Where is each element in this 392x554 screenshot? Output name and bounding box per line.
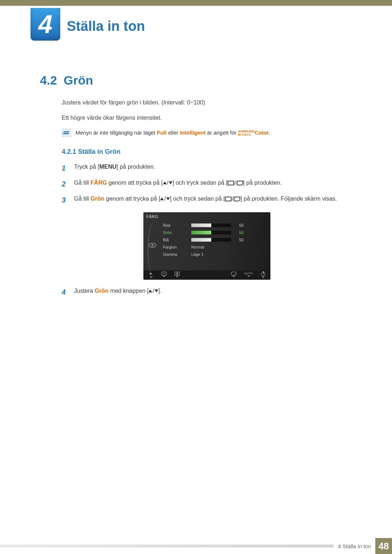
osd-row: Gamma:Läge 1 (163, 251, 265, 258)
footer-text: 4 Ställa in ton (334, 543, 375, 549)
step-number: 4 (62, 286, 69, 298)
osd-row-label: Färgton (163, 245, 183, 249)
up-down-icon: / (148, 286, 158, 296)
colon: : (186, 252, 188, 257)
osd-screenshot: FÄRG Röd:50Grön:50Blå:50Färgton:NormalGa… (143, 212, 270, 280)
manual-page: 4 Ställa in ton 4.2 Grön Justera värdet … (0, 0, 392, 554)
osd-bar-fill (191, 238, 211, 242)
osd-rows: Röd:50Grön:50Blå:50Färgton:NormalGamma:L… (163, 222, 265, 258)
colon: : (186, 238, 188, 242)
chapter-number-badge: 4 (30, 8, 60, 41)
step-text: Gå till FÄRG genom att trycka på [/] och… (74, 178, 352, 190)
osd-auto-button[interactable]: AUTO (244, 272, 253, 278)
source-icons: / (228, 178, 243, 188)
t: Gå till (74, 196, 90, 202)
osd-row: Färgton:Normal (163, 243, 265, 251)
t: ]. (158, 288, 162, 294)
osd-power-button[interactable] (261, 272, 265, 278)
gron-label: Grön (95, 288, 109, 294)
chapter-header: 4 Ställa in ton (0, 6, 392, 41)
subsection-heading: 4.2.1 Ställa in Grön (62, 148, 392, 156)
osd-bar-fill (191, 231, 211, 234)
section-paragraph-2: Ett högre värde ökar färgens intensitet. (62, 114, 352, 122)
osd-value: 50 (234, 238, 244, 242)
step-text: Gå till Grön genom att trycka på [/] och… (74, 194, 352, 206)
samsung-magic-label: SAMSUNGMAGIC (238, 130, 255, 136)
osd-left-arc (148, 222, 159, 258)
minus-icon (162, 272, 167, 275)
steps-list: 1 Tryck på [MENU] på produkten. 2 Gå til… (62, 162, 352, 298)
osd-bar (191, 223, 231, 227)
t: ] och tryck sedan på [ (170, 196, 225, 202)
osd-row-label: Röd (163, 223, 183, 227)
note-row: Menyn är inte tillgänglig när läget Full… (62, 129, 352, 137)
section-paragraph-1: Justera värdet för färgen grön i bilden.… (62, 98, 352, 107)
menu-label: MENU (99, 164, 117, 170)
osd-bar (191, 238, 231, 242)
t: Justera (74, 288, 95, 294)
osd-text-value: Normal (191, 245, 204, 249)
subsection-number: 4.2.1 (62, 148, 76, 155)
step-text: Tryck på [MENU] på produkten. (74, 162, 352, 174)
page-number: 48 (375, 538, 392, 554)
section-number: 4.2 (40, 73, 57, 87)
plus-icon (175, 272, 180, 275)
osd-bar-fill (191, 223, 211, 227)
step-number: 1 (62, 162, 69, 174)
step-number: 3 (62, 194, 69, 206)
power-icon (261, 272, 265, 276)
section-heading: 4.2 Grön (40, 73, 392, 87)
back-icon (148, 272, 154, 276)
t: ] på produkten. (117, 164, 155, 170)
chapter-title: Ställa in ton (67, 19, 145, 34)
source-icon (231, 272, 236, 275)
page-footer: 4 Ställa in ton 48 (0, 538, 392, 554)
t: ] och tryck sedan på [ (172, 180, 228, 186)
source-icons: / (225, 194, 240, 204)
osd-text-value: Läge 1 (191, 252, 204, 257)
note-mid2: är angett för (206, 130, 238, 136)
t: med knappen [ (109, 288, 148, 294)
note-full: Full (157, 130, 167, 136)
section-title: Grön (64, 73, 93, 87)
step-4: 4 Justera Grön med knappen [/]. (62, 286, 352, 298)
osd-plus-button[interactable] (175, 272, 180, 278)
magic-bot: MAGIC (238, 133, 252, 136)
osd-source-button[interactable] (231, 272, 236, 278)
step-1: 1 Tryck på [MENU] på produkten. (62, 162, 352, 174)
step-3: 3 Gå till Grön genom att trycka på [/] o… (62, 194, 352, 206)
t: genom att trycka på [ (107, 180, 163, 186)
osd-footer-right-group: AUTO (231, 272, 265, 278)
subsection-title: Ställa in Grön (78, 148, 121, 155)
osd-row-label: Blå (163, 238, 183, 242)
auto-label: AUTO (244, 272, 253, 275)
osd-value: 50 (234, 223, 244, 227)
t: genom att trycka på [ (105, 196, 160, 202)
t: ] på produkten. (243, 180, 282, 186)
osd-value: 50 (234, 230, 244, 235)
colon: : (186, 223, 188, 227)
note-text: Menyn är inte tillgänglig när läget Full… (75, 129, 270, 137)
osd-row: Grön:50 (163, 229, 265, 236)
osd-row: Blå:50 (163, 236, 265, 243)
note-color: Color (255, 130, 269, 136)
up-down-icon: / (163, 178, 172, 188)
t: ] på produkten. Följande skärm visas. (240, 196, 337, 202)
farg-label: FÄRG (90, 180, 107, 186)
osd-title: FÄRG (146, 214, 268, 219)
gron-label: Grön (90, 196, 104, 202)
step-text: Justera Grön med knappen [/]. (74, 286, 352, 298)
osd-row-label: Grön (163, 230, 183, 235)
section-body: Justera värdet för färgen grön i bilden.… (62, 98, 352, 137)
top-accent-band (0, 0, 392, 6)
osd-row-label: Gamma (163, 252, 183, 257)
note-end: . (269, 130, 270, 136)
step-number: 2 (62, 178, 69, 190)
osd-row: Röd:50 (163, 222, 265, 229)
eye-icon (148, 243, 156, 248)
up-down-icon: / (160, 194, 170, 204)
step-2: 2 Gå till FÄRG genom att trycka på [/] o… (62, 178, 352, 190)
note-icon (62, 129, 71, 137)
colon: : (186, 230, 188, 235)
footer-band (0, 545, 334, 547)
